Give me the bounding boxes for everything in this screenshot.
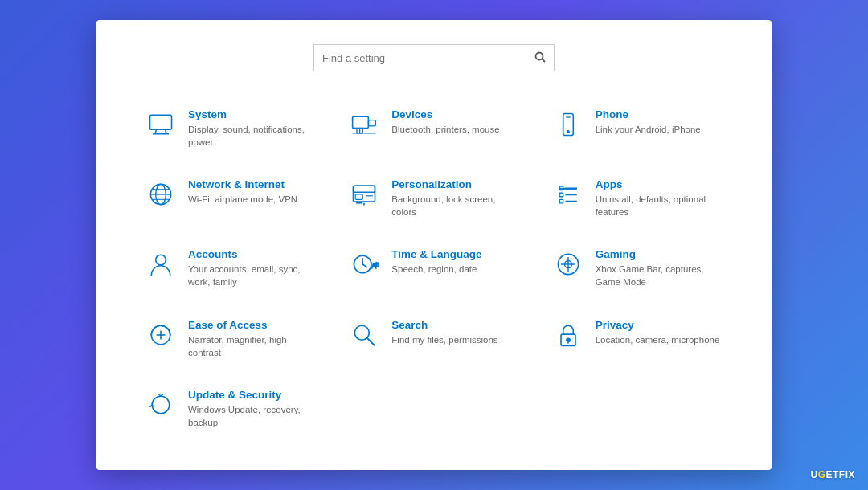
gaming-icon — [552, 248, 584, 280]
time-text: Time & Language Speech, region, date — [391, 248, 481, 276]
svg-point-35 — [156, 255, 166, 266]
personalization-text: Personalization Background, lock screen,… — [391, 178, 519, 218]
svg-rect-20 — [354, 186, 375, 192]
accounts-desc: Your accounts, email, sync, work, family — [188, 263, 316, 288]
devices-icon — [348, 108, 380, 141]
search-bar-container — [129, 44, 739, 71]
search-input[interactable] — [322, 52, 534, 64]
search-title: Search — [391, 319, 497, 331]
search-text: Search Find my files, permissions — [391, 319, 497, 346]
network-icon — [145, 178, 177, 210]
accounts-title: Accounts — [188, 248, 316, 260]
update-title: Update & Security — [188, 389, 316, 401]
accounts-icon — [145, 248, 177, 280]
gaming-text: Gaming Xbox Game Bar, captures, Game Mod… — [596, 248, 723, 288]
accounts-text: Accounts Your accounts, email, sync, wor… — [188, 248, 316, 288]
setting-item-time[interactable]: A あ Time & Language Speech, region, date — [332, 235, 535, 305]
personalization-title: Personalization — [391, 178, 519, 190]
network-desc: Wi-Fi, airplane mode, VPN — [188, 193, 297, 206]
apps-text: Apps Uninstall, defaults, optional featu… — [596, 178, 723, 218]
watermark: UGETFIX — [810, 469, 855, 480]
privacy-desc: Location, camera, microphone — [596, 333, 720, 346]
ease-title: Ease of Access — [188, 319, 316, 331]
time-desc: Speech, region, date — [391, 263, 481, 276]
search-icon — [534, 51, 546, 65]
svg-line-49 — [367, 337, 375, 345]
personalization-desc: Background, lock screen, colors — [391, 193, 519, 218]
update-text: Update & Security Windows Update, recove… — [188, 389, 316, 429]
system-text: System Display, sound, notifications, po… — [188, 108, 316, 149]
svg-rect-31 — [559, 193, 563, 197]
apps-icon — [552, 178, 584, 210]
svg-text:あ: あ — [375, 261, 379, 267]
search-setting-icon — [348, 319, 380, 351]
system-icon — [145, 108, 177, 141]
ease-icon — [145, 319, 177, 351]
setting-item-phone[interactable]: Phone Link your Android, iPhone — [536, 96, 739, 165]
svg-point-51 — [566, 338, 570, 342]
settings-window: System Display, sound, notifications, po… — [96, 20, 772, 470]
phone-text: Phone Link your Android, iPhone — [596, 108, 701, 136]
phone-icon — [552, 108, 584, 141]
network-text: Network & Internet Wi-Fi, airplane mode,… — [188, 178, 297, 206]
ease-text: Ease of Access Narrator, magnifier, high… — [188, 319, 316, 359]
svg-rect-6 — [353, 116, 369, 128]
network-title: Network & Internet — [188, 178, 297, 190]
devices-title: Devices — [391, 108, 499, 120]
time-icon: A あ — [348, 248, 380, 280]
setting-item-personalization[interactable]: Personalization Background, lock screen,… — [332, 165, 535, 235]
search-desc: Find my files, permissions — [391, 333, 497, 346]
update-icon — [145, 389, 177, 421]
system-desc: Display, sound, notifications, power — [188, 123, 316, 149]
setting-item-gaming[interactable]: Gaming Xbox Game Bar, captures, Game Mod… — [536, 235, 739, 305]
setting-item-devices[interactable]: Devices Bluetooth, printers, mouse — [332, 96, 535, 165]
svg-point-13 — [567, 131, 569, 133]
time-title: Time & Language — [391, 248, 481, 260]
svg-rect-7 — [369, 120, 376, 126]
update-desc: Windows Update, recovery, backup — [188, 403, 316, 429]
apps-title: Apps — [596, 178, 723, 190]
privacy-title: Privacy — [596, 319, 720, 331]
svg-line-1 — [542, 59, 546, 62]
search-bar — [313, 44, 555, 71]
system-title: System — [188, 108, 316, 120]
setting-item-update[interactable]: Update & Security Windows Update, recove… — [129, 376, 332, 446]
settings-grid: System Display, sound, notifications, po… — [129, 96, 739, 446]
privacy-icon — [552, 319, 584, 351]
gaming-title: Gaming — [596, 248, 723, 260]
svg-line-38 — [363, 264, 367, 267]
phone-desc: Link your Android, iPhone — [596, 123, 701, 136]
setting-item-ease[interactable]: Ease of Access Narrator, magnifier, high… — [129, 306, 332, 376]
setting-item-search[interactable]: Search Find my files, permissions — [332, 306, 535, 376]
devices-text: Devices Bluetooth, printers, mouse — [391, 108, 499, 136]
ease-desc: Narrator, magnifier, high contrast — [188, 333, 316, 359]
gaming-desc: Xbox Game Bar, captures, Game Mode — [596, 263, 723, 288]
setting-item-system[interactable]: System Display, sound, notifications, po… — [129, 96, 332, 165]
setting-item-apps[interactable]: Apps Uninstall, defaults, optional featu… — [536, 165, 739, 235]
setting-item-accounts[interactable]: Accounts Your accounts, email, sync, wor… — [129, 235, 332, 305]
phone-title: Phone — [596, 108, 701, 120]
svg-point-0 — [536, 52, 543, 59]
personalization-icon — [348, 178, 380, 210]
svg-rect-33 — [559, 199, 563, 203]
privacy-text: Privacy Location, camera, microphone — [596, 319, 720, 346]
svg-rect-22 — [356, 194, 363, 199]
setting-item-network[interactable]: Network & Internet Wi-Fi, airplane mode,… — [129, 165, 332, 235]
setting-item-privacy[interactable]: Privacy Location, camera, microphone — [536, 306, 739, 376]
devices-desc: Bluetooth, printers, mouse — [391, 123, 499, 136]
svg-rect-2 — [150, 115, 172, 129]
apps-desc: Uninstall, defaults, optional features — [596, 193, 723, 218]
